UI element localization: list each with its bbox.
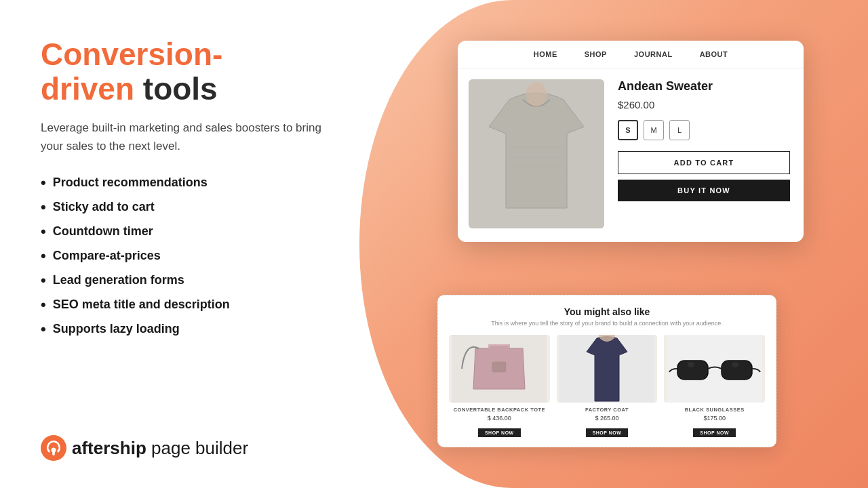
mockup-card: HOME SHOP JOURNAL ABOUT — [458, 41, 804, 242]
svg-point-16 — [688, 362, 694, 367]
rec-title: You might also like — [449, 306, 765, 317]
buy-it-now-button[interactable]: BUY IT NOW — [618, 180, 790, 201]
product-name: Andean Sweater — [618, 79, 790, 94]
mockup-nav: HOME SHOP JOURNAL ABOUT — [458, 41, 804, 68]
logo-suffix: page builder — [146, 438, 248, 458]
logo-area: aftership page builder — [41, 435, 339, 461]
nav-item-journal: JOURNAL — [634, 50, 673, 58]
subtitle: Leverage built-in marketing and sales bo… — [41, 119, 339, 155]
rec-product-price-3: $175.00 — [664, 415, 765, 422]
rec-products: CONVERTABLE BACKPACK TOTE $ 436.00 SHOP … — [449, 335, 765, 437]
svg-rect-10 — [492, 362, 506, 372]
rec-product-2: FACTORY COAT $ 265.00 SHOP NOW — [557, 335, 658, 437]
rec-product-price-1: $ 436.00 — [449, 415, 550, 422]
size-btn-s[interactable]: S — [618, 120, 638, 140]
rec-product-img-1 — [449, 335, 550, 403]
feature-item: SEO meta title and description — [41, 298, 339, 312]
rec-subtitle: This is where you tell the story of your… — [449, 320, 765, 327]
add-to-cart-button[interactable]: ADD TO CART — [618, 151, 790, 174]
feature-list: Product recommendations Sticky add to ca… — [41, 176, 339, 346]
logo-text: aftership page builder — [72, 438, 248, 459]
size-btn-l[interactable]: L — [669, 120, 690, 140]
svg-rect-2 — [52, 450, 55, 455]
product-details: Andean Sweater $260.00 S M L ADD TO CART… — [604, 79, 790, 201]
rec-shop-btn-1[interactable]: SHOP NOW — [478, 428, 521, 437]
feature-item: Countdown timer — [41, 224, 339, 239]
nav-item-about: ABOUT — [700, 50, 728, 58]
nav-item-shop: SHOP — [585, 50, 607, 58]
right-panel: HOME SHOP JOURNAL ABOUT — [380, 0, 868, 488]
product-section: Andean Sweater $260.00 S M L ADD TO CART… — [458, 68, 804, 242]
feature-item: Product recommendations — [41, 176, 339, 190]
logo-brand: aftership — [72, 438, 146, 458]
rec-product-price-2: $ 265.00 — [557, 415, 658, 422]
product-image — [469, 79, 604, 228]
feature-item: Compare-at-prices — [41, 249, 339, 264]
rec-product-1: CONVERTABLE BACKPACK TOTE $ 436.00 SHOP … — [449, 335, 550, 437]
rec-product-name-3: BLACK SUNGLASSES — [664, 407, 765, 413]
feature-item: Sticky add to cart — [41, 200, 339, 215]
recommendations-card: You might also like This is where you te… — [437, 295, 776, 447]
rec-product-name-1: CONVERTABLE BACKPACK TOTE — [449, 407, 550, 413]
feature-item: Supports lazy loading — [41, 322, 339, 337]
headline: Conversion- driven tools — [41, 37, 339, 106]
nav-item-home: HOME — [534, 50, 557, 58]
size-btn-m[interactable]: M — [644, 120, 664, 140]
feature-item: Lead generation forms — [41, 273, 339, 288]
headline-orange2: driven — [41, 71, 134, 106]
rec-shop-btn-3[interactable]: SHOP NOW — [693, 428, 736, 437]
headline-dark: tools — [143, 71, 218, 106]
svg-point-8 — [526, 82, 547, 106]
rec-product-name-2: FACTORY COAT — [557, 407, 658, 413]
rec-product-3: BLACK SUNGLASSES $175.00 SHOP NOW — [664, 335, 765, 437]
headline-line1: Conversion- — [41, 37, 222, 72]
size-options: S M L — [618, 120, 790, 140]
rec-shop-btn-2[interactable]: SHOP NOW — [586, 428, 629, 437]
aftership-logo-icon — [41, 435, 66, 461]
rec-product-img-3 — [664, 335, 765, 403]
rec-product-img-2 — [557, 335, 658, 403]
svg-point-17 — [732, 362, 738, 367]
product-price: $260.00 — [618, 99, 790, 110]
left-panel: Conversion- driven tools Leverage built-… — [0, 0, 380, 488]
